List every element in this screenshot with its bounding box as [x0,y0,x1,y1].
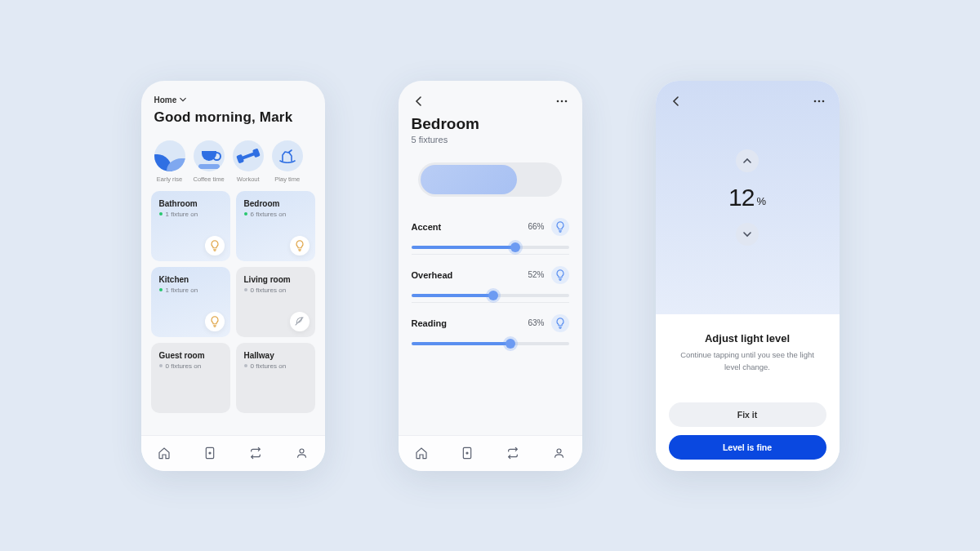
level-is-fine-button[interactable]: Level is fine [669,435,826,460]
back-button[interactable] [669,94,684,109]
fixture-power-button[interactable] [551,266,569,284]
fixture-percent: 63% [528,318,544,327]
fixture-row: Accent66% [412,207,569,255]
svg-point-10 [817,100,820,102]
bulb-icon [210,240,220,251]
status-dot-icon [159,288,163,291]
room-card[interactable]: Guest room0 fixtures on [151,343,230,413]
slider-fill [412,246,515,249]
home-icon [415,447,428,460]
room-status: 1 fixture on [159,211,222,218]
chevron-up-icon [743,158,751,164]
fixture-percent: 52% [528,270,544,279]
chevron-left-icon [672,96,680,106]
more-button[interactable] [555,94,569,109]
room-card[interactable]: Kitchen1 fixture on [151,267,230,337]
back-button[interactable] [412,94,426,109]
rooms-grid: Bathroom1 fixture onBedroom6 fixtures on… [141,186,325,413]
dumbbell-icon [233,140,264,171]
fix-it-button[interactable]: Fix it [669,402,826,427]
room-card[interactable]: Hallway0 fixtures on [236,343,315,413]
adjust-level-screen: 12 % Adjust light level Continue tapping… [656,81,840,471]
coffee-icon [194,140,225,171]
brightness-slider[interactable] [412,342,569,345]
fixture-power-button[interactable] [551,218,569,236]
room-card[interactable]: Bedroom6 fixtures on [236,191,315,261]
slider-thumb[interactable] [506,339,515,349]
room-name: Bedroom [412,115,569,133]
home-dashboard-screen: Home Good morning, Mark Early rise Coffe… [141,81,325,471]
more-horizontal-icon [556,100,568,103]
button-label: Fix it [737,410,758,420]
svg-point-4 [560,100,563,102]
slider-thumb[interactable] [488,291,498,300]
header [669,94,826,109]
greeting-text: Good morning, Mark [154,109,312,126]
status-dot-icon [159,212,163,216]
chevron-down-icon [180,96,186,103]
room-name: Bathroom [159,199,222,208]
status-dot-icon [244,212,247,216]
rocking-horse-icon [272,140,303,171]
fixture-row: Reading63% [412,303,569,350]
room-power-button[interactable] [205,312,225,331]
room-name: Living room [244,275,307,284]
room-status: 1 fixture on [159,287,222,294]
level-increase-button[interactable] [736,149,759,172]
repeat-icon [506,447,519,460]
fixture-percent: 66% [528,222,544,231]
bottom-nav [399,435,582,471]
home-icon [158,447,171,460]
room-power-button[interactable] [290,312,310,331]
fixture-list: Accent66%Overhead52%Reading63% [399,203,582,350]
room-master-toggle[interactable] [418,162,562,197]
room-name: Kitchen [159,275,222,284]
room-detail-screen: Bedroom 5 fixtures Accent66%Overhead52%R… [399,81,582,471]
nav-devices[interactable] [199,442,220,464]
svg-point-2 [300,449,304,453]
user-icon [553,447,565,460]
fixture-name: Overhead [412,270,453,280]
scene-early-rise[interactable]: Early rise [154,140,185,183]
room-power-button[interactable] [205,236,225,256]
svg-point-1 [209,452,211,454]
level-decrease-button[interactable] [736,223,759,246]
location-selector[interactable]: Home [154,96,312,104]
device-icon [461,447,473,460]
nav-home[interactable] [411,442,432,464]
room-status: 6 fixtures on [244,211,307,218]
room-card[interactable]: Living room0 fixtures on [236,267,315,337]
fixture-power-button[interactable] [551,314,569,332]
room-name: Hallway [244,351,307,360]
slider-thumb[interactable] [510,242,520,252]
chevron-down-icon [743,231,751,238]
scene-workout[interactable]: Workout [233,140,264,183]
header [399,81,582,115]
bulb-icon [555,269,565,281]
nav-profile[interactable] [548,442,569,464]
scene-coffee-time[interactable]: Coffee time [194,140,225,183]
nav-devices[interactable] [457,442,478,464]
room-status: 0 fixtures on [244,362,307,370]
nav-automations[interactable] [502,442,523,464]
nav-home[interactable] [154,442,175,464]
slider-fill [412,342,511,345]
scenes-row: Early rise Coffee time Workout Play time [141,132,325,186]
room-card[interactable]: Bathroom1 fixture on [151,191,230,261]
scene-play-time[interactable]: Play time [272,140,303,183]
room-heading: Bedroom 5 fixtures [399,115,582,144]
brightness-slider[interactable] [412,294,569,297]
room-name: Guest room [159,351,222,360]
fixture-name: Reading [412,318,447,328]
scene-label: Coffee time [194,176,225,183]
brightness-slider[interactable] [412,246,569,249]
toggle-knob [421,165,517,194]
bulb-icon [210,316,220,327]
nav-profile[interactable] [291,442,312,464]
room-power-button[interactable] [290,236,310,256]
more-button[interactable] [812,94,826,109]
button-label: Level is fine [723,442,772,452]
room-status: 0 fixtures on [244,287,307,294]
svg-point-7 [466,452,468,454]
nav-automations[interactable] [245,442,266,464]
